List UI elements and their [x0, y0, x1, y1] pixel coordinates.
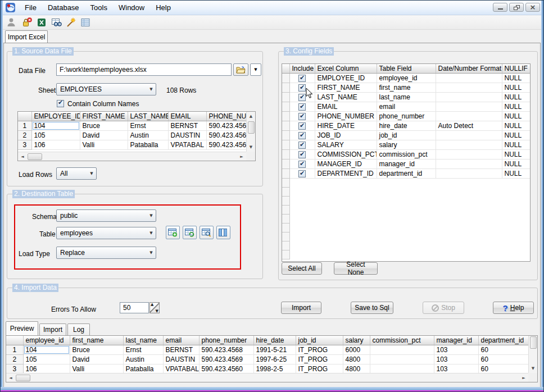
new-table-button[interactable]	[166, 226, 180, 239]
cell[interactable]: 104	[31, 121, 80, 131]
cell[interactable]: Valli	[70, 364, 123, 374]
cell[interactable]: David	[80, 131, 128, 140]
tab-import[interactable]: Import	[39, 323, 66, 335]
include-checkbox[interactable]	[298, 142, 306, 149]
cell[interactable]: EMAIL	[315, 102, 377, 112]
cell[interactable]: NULL	[502, 150, 530, 159]
scroll-left-icon[interactable]: ◄	[18, 152, 27, 161]
cell[interactable]: COMMISSION_PCT	[315, 150, 377, 159]
errors-to-allow-input[interactable]	[120, 302, 149, 313]
table-columns-button[interactable]	[216, 226, 230, 239]
cell[interactable]: job_id	[377, 131, 436, 140]
load-rows-select[interactable]: All ▼	[56, 167, 97, 180]
cell[interactable]: Bruce	[80, 121, 128, 131]
cell[interactable]: Austin	[123, 355, 163, 364]
restore-button[interactable]	[509, 3, 524, 12]
cell[interactable]: 6000	[343, 345, 370, 355]
scroll-thumb[interactable]	[16, 375, 30, 381]
cell[interactable]: 590.423.4568	[199, 345, 253, 355]
include-checkbox[interactable]	[298, 75, 306, 82]
errors-spinner[interactable]: ▲ ▼	[149, 302, 160, 313]
include-checkbox[interactable]	[298, 84, 306, 92]
cell[interactable]: 105	[31, 131, 80, 140]
table-select[interactable]: employees ▼	[56, 227, 156, 239]
sheet-select[interactable]: EMPLOYEES ▼	[56, 83, 156, 95]
cell[interactable]: IT_PROG	[296, 355, 343, 364]
cell[interactable]: NULL	[502, 121, 530, 131]
cell[interactable]: NULL	[502, 102, 530, 112]
list-view-icon[interactable]	[80, 17, 91, 28]
cell[interactable]: employee_id	[377, 74, 436, 83]
cell[interactable]: NULL	[502, 140, 530, 150]
cell[interactable]: FIRST_NAME	[315, 83, 377, 93]
wizard-icon[interactable]	[65, 17, 76, 28]
save-to-sql-button[interactable]: Save to Sql	[351, 302, 393, 314]
cell[interactable]: Valli	[80, 140, 128, 150]
cell[interactable]: Pataballa	[128, 140, 168, 150]
cell[interactable]	[436, 74, 502, 83]
cell[interactable]: commission_pct	[377, 150, 436, 159]
cell[interactable]	[436, 112, 502, 121]
cell[interactable]: 590.423.4560	[206, 140, 251, 150]
import-button[interactable]: Import	[281, 302, 321, 314]
cell[interactable]	[436, 150, 502, 159]
cell[interactable]	[436, 169, 502, 179]
cell[interactable]: IT_PROG	[296, 345, 343, 355]
excel-icon[interactable]	[36, 17, 47, 28]
schema-select[interactable]: public ▼	[56, 209, 156, 222]
cell[interactable]: Pataballa	[123, 364, 163, 374]
include-checkbox[interactable]	[298, 170, 306, 177]
cell[interactable]: 1991-5-21	[253, 345, 296, 355]
cell[interactable]: DAUSTIN	[168, 131, 206, 140]
scroll-right-icon[interactable]: ►	[237, 152, 246, 161]
cell[interactable]: 1997-6-25	[253, 355, 296, 364]
view-table-button[interactable]	[200, 226, 214, 239]
spin-up-icon[interactable]: ▲	[151, 302, 153, 307]
user-icon[interactable]	[6, 17, 17, 28]
cell[interactable]: 590.423.4560	[199, 364, 253, 374]
cell[interactable]: NULL	[502, 159, 530, 169]
file-history-dropdown[interactable]: ▼	[250, 63, 261, 76]
cell[interactable]: NULL	[502, 83, 530, 93]
menu-window[interactable]: Window	[113, 1, 150, 15]
tab-import-excel[interactable]: Import Excel	[5, 30, 48, 43]
scroll-up-icon[interactable]: ▲	[247, 112, 256, 121]
cell[interactable]	[436, 131, 502, 140]
include-checkbox[interactable]	[298, 103, 306, 111]
cell[interactable]: NULL	[502, 112, 530, 121]
close-button[interactable]: ×	[525, 3, 540, 12]
load-type-select[interactable]: Replace ▼	[56, 247, 156, 259]
cell[interactable]: 104	[23, 345, 70, 355]
include-checkbox[interactable]	[298, 161, 306, 168]
cell[interactable]: hire_date	[377, 121, 436, 131]
cell[interactable]: last_name	[377, 93, 436, 102]
cell[interactable]: 103	[434, 364, 478, 374]
cell[interactable]: department_id	[377, 169, 436, 179]
menu-help[interactable]: Help	[150, 1, 176, 15]
cell[interactable]: JOB_ID	[315, 131, 377, 140]
include-checkbox[interactable]	[298, 151, 306, 158]
cell[interactable]: NULL	[502, 169, 530, 179]
cell[interactable]: email	[377, 102, 436, 112]
cell[interactable]: Auto Detect	[436, 121, 502, 131]
tab-preview[interactable]: Preview	[6, 321, 38, 335]
spin-down-icon[interactable]: ▼	[156, 309, 158, 313]
cell[interactable]: HIRE_DATE	[315, 121, 377, 131]
scroll-right-icon[interactable]: ►	[519, 373, 528, 382]
cell[interactable]: IT_PROG	[296, 364, 343, 374]
stop-button[interactable]: Stop	[423, 302, 464, 314]
cell[interactable]	[436, 140, 502, 150]
cell[interactable]: 60	[478, 364, 529, 374]
cell[interactable]: 60	[478, 345, 529, 355]
cell[interactable]: manager_id	[377, 159, 436, 169]
include-checkbox[interactable]	[298, 132, 306, 139]
cell[interactable]: 105	[23, 355, 70, 364]
cell[interactable]: LAST_NAME	[315, 93, 377, 102]
scroll-left-icon[interactable]: ◄	[6, 373, 15, 382]
disconnect-icon[interactable]	[21, 17, 33, 28]
cell[interactable]: SALARY	[315, 140, 377, 150]
cell[interactable]: BERNST	[168, 121, 206, 131]
cell[interactable]: first_name	[377, 83, 436, 93]
cell[interactable]: 590.423.4569	[206, 131, 251, 140]
cell[interactable]: Ernst	[128, 121, 168, 131]
